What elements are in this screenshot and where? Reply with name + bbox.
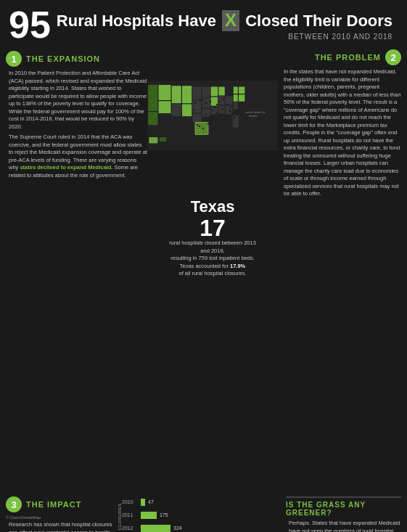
svg-rect-11 xyxy=(192,114,201,123)
texas-desc4: of all rural hospital closures. xyxy=(179,270,247,277)
svg-point-32 xyxy=(205,102,207,104)
chart-y-label: INPATIENT BEDS LOST DUE TO CLOSURES xyxy=(118,496,122,532)
left-column: 1 THE EXPANSION In 2010 the Patient Prot… xyxy=(6,46,147,496)
svg-rect-27 xyxy=(239,86,244,94)
svg-point-43 xyxy=(234,117,235,118)
svg-rect-15 xyxy=(211,86,218,96)
svg-rect-6 xyxy=(172,104,181,116)
expansion-body: In 2010 the Patient Protection and Affor… xyxy=(6,70,147,179)
svg-point-42 xyxy=(197,124,198,126)
bar-chart-section: INPATIENT BEDS LOST DUE TO CLOSURES 2010… xyxy=(115,496,281,532)
map-area[interactable]: select state for details Texas 17 rural … xyxy=(147,46,278,496)
svg-rect-31 xyxy=(160,137,167,142)
title-before: Rural Hospitals Have xyxy=(57,12,216,30)
section-expansion: 1 THE EXPANSION In 2010 the Patient Prot… xyxy=(6,46,147,187)
greener-section: IS THE GRASS ANY GREENER? Perhaps. State… xyxy=(281,496,401,532)
problem-number: 2 xyxy=(385,49,401,65)
impact-title: THE IMPACT xyxy=(26,500,81,509)
texas-pct: 17.9% xyxy=(230,263,245,269)
bar-value-label: 324 xyxy=(173,525,182,531)
svg-point-53 xyxy=(211,115,213,117)
us-map-container[interactable]: select state for details xyxy=(147,46,278,192)
svg-point-44 xyxy=(214,107,215,108)
svg-rect-30 xyxy=(149,137,157,143)
svg-point-37 xyxy=(229,110,231,112)
svg-point-57 xyxy=(231,112,233,114)
problem-body: In the states that have not expanded Med… xyxy=(281,68,401,198)
svg-point-50 xyxy=(194,110,195,111)
impact-credit: © OpenStreetMap xyxy=(6,515,115,520)
svg-point-34 xyxy=(218,101,220,102)
svg-rect-12 xyxy=(202,86,210,97)
impact-header: 3 THE IMPACT xyxy=(6,496,115,512)
bar-fill xyxy=(141,499,145,506)
bar-row: 2012324 xyxy=(122,525,279,532)
svg-point-35 xyxy=(221,108,223,110)
texas-desc: rural hospitals closed between 2013 and … xyxy=(165,240,260,278)
expansion-para1: In 2010 the Patient Protection and Affor… xyxy=(9,70,147,131)
svg-point-33 xyxy=(212,110,213,111)
problem-title: THE PROBLEM xyxy=(315,53,381,62)
svg-point-47 xyxy=(216,104,218,105)
svg-point-39 xyxy=(199,126,200,127)
title-after: Closed Their Doors xyxy=(245,12,392,30)
svg-point-48 xyxy=(223,98,224,99)
svg-rect-1 xyxy=(148,85,157,111)
svg-point-49 xyxy=(230,107,231,108)
texas-desc2: resulting in 759 lost inpatient beds. xyxy=(170,255,255,261)
svg-rect-20 xyxy=(218,106,224,114)
svg-point-52 xyxy=(205,114,207,115)
bottom-row: 3 THE IMPACT © OpenStreetMap Research ha… xyxy=(0,496,407,532)
svg-point-54 xyxy=(216,112,218,114)
svg-rect-28 xyxy=(239,94,244,102)
right-column: THE PROBLEM 2 In the states that have no… xyxy=(278,46,401,496)
us-map-svg[interactable]: select state for details xyxy=(147,46,278,184)
bar-row: 201047 xyxy=(122,499,279,506)
impact-body: Research has shown that hospital closure… xyxy=(6,521,115,532)
svg-rect-29 xyxy=(233,115,239,128)
bar-year-label: 2011 xyxy=(122,512,138,517)
svg-rect-26 xyxy=(234,102,238,110)
svg-point-51 xyxy=(201,99,202,101)
main-title: Rural Hospitals Have X Closed Their Door… xyxy=(57,10,392,31)
texas-number: 17 xyxy=(165,216,260,240)
svg-rect-8 xyxy=(182,104,192,116)
bar-year-label: 2010 xyxy=(122,499,138,504)
main-number: 95 xyxy=(9,6,51,44)
bar-fill xyxy=(141,525,170,532)
svg-rect-7 xyxy=(182,86,192,103)
greener-body: Perhaps. States that have expanded Medic… xyxy=(286,520,401,532)
svg-rect-9 xyxy=(192,86,201,99)
svg-rect-3 xyxy=(159,85,171,100)
section-problem: THE PROBLEM 2 In the states that have no… xyxy=(281,46,401,201)
problem-header: THE PROBLEM 2 xyxy=(281,49,401,65)
page-header: 95 Rural Hospitals Have X Closed Their D… xyxy=(0,0,407,46)
svg-rect-21 xyxy=(226,97,233,105)
greener-title: IS THE GRASS ANY GREENER? xyxy=(286,501,401,517)
impact-number: 3 xyxy=(6,496,22,512)
chart-wrapper: INPATIENT BEDS LOST DUE TO CLOSURES 2010… xyxy=(118,496,279,532)
main-content: 1 THE EXPANSION In 2010 the Patient Prot… xyxy=(0,46,407,496)
bar-fill xyxy=(141,512,157,519)
header-subtitle: BETWEEN 2010 AND 2018 xyxy=(57,33,392,41)
svg-point-55 xyxy=(221,115,222,116)
svg-point-41 xyxy=(207,123,209,125)
svg-point-40 xyxy=(202,128,204,129)
svg-text:details: details xyxy=(249,114,258,118)
svg-point-46 xyxy=(210,101,211,102)
expansion-number: 1 xyxy=(6,51,22,67)
svg-rect-10 xyxy=(192,101,201,113)
header-text-block: Rural Hospitals Have X Closed Their Door… xyxy=(57,6,392,41)
svg-rect-24 xyxy=(234,86,238,94)
texas-desc3: Texas accounted for xyxy=(180,263,229,269)
x-icon: X xyxy=(222,10,239,31)
divider-top xyxy=(286,496,401,498)
svg-rect-18 xyxy=(218,86,224,95)
bar-value-label: 47 xyxy=(148,499,154,504)
bars-container: 2010472011175201232420135392014590201571… xyxy=(122,496,279,532)
svg-point-45 xyxy=(194,102,196,104)
texas-desc1: rural hospitals closed between 2013 and … xyxy=(169,240,256,254)
svg-point-36 xyxy=(227,104,229,105)
bar-row: 2011175 xyxy=(122,512,279,519)
svg-text:select state for: select state for xyxy=(245,110,266,114)
